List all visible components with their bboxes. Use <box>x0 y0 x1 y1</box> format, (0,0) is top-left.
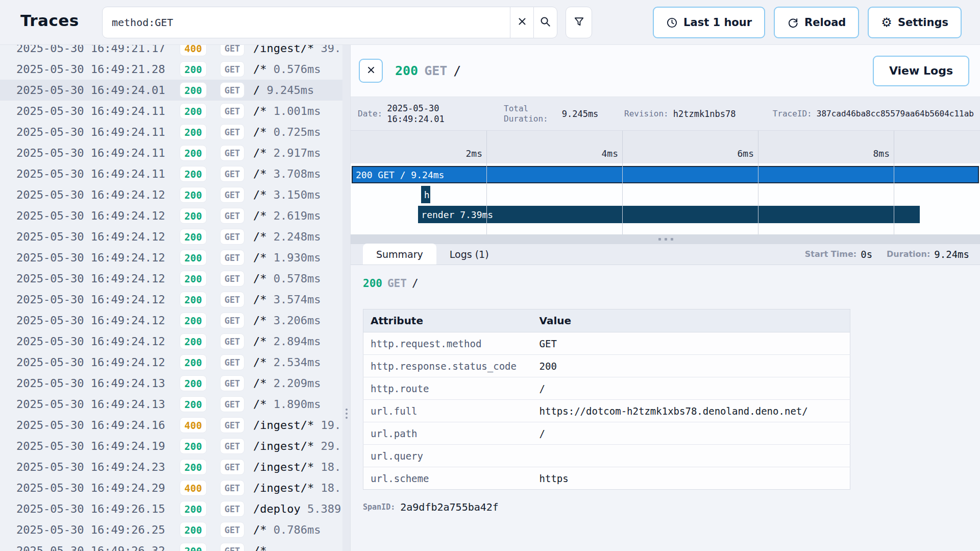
trace-row[interactable]: 2025-05-30 16:49:26.25200GET/* 0.786ms <box>0 519 342 540</box>
close-detail-button[interactable] <box>359 59 383 83</box>
trace-timestamp: 2025-05-30 16:49:24.12 <box>16 272 165 285</box>
span-bar[interactable]: h <box>421 186 431 203</box>
trace-row[interactable]: 2025-05-30 16:49:21.28200GET/* 0.576ms <box>0 59 342 80</box>
clock-icon <box>666 17 678 29</box>
trace-row[interactable]: 2025-05-30 16:49:24.12200GET/* 2.894ms <box>0 331 342 352</box>
trace-row[interactable]: 2025-05-30 16:49:24.12200GET/* 3.574ms <box>0 289 342 310</box>
trace-row[interactable]: 2025-05-30 16:49:24.11200GET/* 0.725ms <box>0 122 342 142</box>
trace-path: / 9.245ms <box>253 84 314 97</box>
search-button[interactable] <box>533 7 557 38</box>
summary-heading: 200 GET / <box>363 277 968 296</box>
search-icon <box>540 16 551 30</box>
attributes-table: Attribute Value http.request.methodGETht… <box>363 309 850 490</box>
status-badge: 200 <box>180 459 207 475</box>
search-input[interactable] <box>102 7 510 38</box>
settings-label: Settings <box>898 16 948 29</box>
filter-icon <box>573 16 585 30</box>
trace-timestamp: 2025-05-30 16:49:24.23 <box>16 461 165 473</box>
status-badge: 200 <box>180 501 207 517</box>
panel-resize-handle[interactable] <box>342 45 350 551</box>
reload-button[interactable]: Reload <box>774 7 859 38</box>
clear-search-button[interactable] <box>510 7 534 38</box>
trace-path: /* 2.248ms <box>253 230 321 243</box>
timeline-gridline <box>486 131 487 234</box>
trace-row[interactable]: 2025-05-30 16:49:24.19200GET/ingest/* 29… <box>0 436 342 457</box>
status-badge: 200 <box>180 438 207 454</box>
trace-row[interactable]: 2025-05-30 16:49:24.13200GET/* 2.209ms <box>0 373 342 394</box>
trace-row[interactable]: 2025-05-30 16:49:24.23200GET/ingest/* 18… <box>0 457 342 477</box>
trace-path: /* 1.001ms <box>253 105 321 117</box>
trace-path: /* 0.578ms <box>253 272 321 285</box>
close-icon <box>517 16 528 29</box>
attribute-name: url.query <box>363 445 532 467</box>
trace-timestamp: 2025-05-30 16:49:26.15 <box>16 502 165 515</box>
trace-path: /* 2.619ms <box>253 209 321 222</box>
status-badge: 200 <box>180 396 207 412</box>
summary-content: 200 GET / Attribute Value http.request.m… <box>351 265 980 551</box>
trace-row[interactable]: 2025-05-30 16:49:24.16400GET/ingest/* 19… <box>0 415 342 436</box>
settings-button[interactable]: ⚙ Settings <box>868 7 962 38</box>
trace-row[interactable]: 2025-05-30 16:49:24.12200GET/* 2.619ms <box>0 205 342 226</box>
trace-row[interactable]: 2025-05-30 16:49:24.11200GET/* 1.001ms <box>0 101 342 122</box>
attribute-name: http.route <box>363 377 532 400</box>
trace-timestamp: 2025-05-30 16:49:26.32 <box>16 544 165 551</box>
tab-summary[interactable]: Summary <box>363 244 436 265</box>
trace-timestamp: 2025-05-30 16:49:24.12 <box>16 335 165 348</box>
trace-row[interactable]: 2025-05-30 16:49:24.12200GET/* 3.150ms <box>0 184 342 205</box>
timeline-resize-handle[interactable] <box>351 234 980 244</box>
trace-row[interactable]: 2025-05-30 16:49:24.12200GET/* 2.534ms <box>0 352 342 373</box>
span-bar[interactable]: 200 GET / 9.24ms <box>352 166 979 183</box>
view-logs-button[interactable]: View Logs <box>873 56 969 86</box>
trace-timestamp: 2025-05-30 16:49:24.29 <box>16 482 165 494</box>
tab-logs[interactable]: Logs (1) <box>436 244 502 265</box>
span-duration: Duration: 9.24ms <box>887 249 969 260</box>
trace-row[interactable]: 2025-05-30 16:49:21.17400GET/ingest/* 39… <box>0 45 342 59</box>
trace-path: /* 1.890ms <box>253 398 321 411</box>
trace-path: /* 0.725ms <box>253 126 321 138</box>
time-range-button[interactable]: Last 1 hour <box>653 7 765 38</box>
time-range-label: Last 1 hour <box>683 16 752 29</box>
trace-timestamp: 2025-05-30 16:49:24.11 <box>16 147 165 159</box>
trace-row[interactable]: 2025-05-30 16:49:24.11200GET/* 2.917ms <box>0 142 342 163</box>
trace-row[interactable]: 2025-05-30 16:49:24.29400GET/ingest/* 18… <box>0 477 342 498</box>
attribute-name: http.request.method <box>363 332 532 355</box>
trace-list[interactable]: 2025-05-30 16:49:21.17400GET/ingest/* 39… <box>0 45 342 551</box>
attribute-value <box>532 445 850 467</box>
trace-timestamp: 2025-05-30 16:49:21.17 <box>16 45 165 55</box>
attribute-value: https <box>532 467 850 490</box>
trace-row[interactable]: 2025-05-30 16:49:26.15200GET/deploy 5.38… <box>0 498 342 519</box>
trace-timestamp: 2025-05-30 16:49:24.12 <box>16 314 165 327</box>
trace-path: /ingest/* 18. <box>253 461 341 473</box>
status-badge: 200 <box>180 124 207 140</box>
trace-timestamp: 2025-05-30 16:49:26.25 <box>16 523 165 536</box>
filter-button[interactable] <box>566 7 592 38</box>
trace-row[interactable]: 2025-05-30 16:49:24.12200GET/* 1.930ms <box>0 247 342 268</box>
trace-row[interactable]: 2025-05-30 16:49:24.12200GET/* 2.248ms <box>0 226 342 247</box>
method-badge: GET <box>220 292 244 307</box>
trace-timestamp: 2025-05-30 16:49:24.11 <box>16 105 165 117</box>
trace-timestamp: 2025-05-30 16:49:24.19 <box>16 440 165 452</box>
attribute-value: / <box>532 422 850 445</box>
detail-header: 200 GET / View Logs <box>351 45 980 97</box>
trace-timestamp: 2025-05-30 16:49:24.16 <box>16 419 165 432</box>
trace-row[interactable]: 2025-05-30 16:49:24.01200GET/ 9.245ms <box>0 80 342 101</box>
method-badge: GET <box>220 459 244 475</box>
trace-row[interactable]: 2025-05-30 16:49:26.32200GET/* <box>0 540 342 551</box>
trace-row[interactable]: 2025-05-30 16:49:24.12200GET/* 3.206ms <box>0 310 342 331</box>
status-badge: 200 <box>180 229 207 245</box>
method-badge: GET <box>220 82 244 98</box>
method-badge: GET <box>220 333 244 349</box>
trace-row[interactable]: 2025-05-30 16:49:24.13200GET/* 1.890ms <box>0 394 342 415</box>
trace-row[interactable]: 2025-05-30 16:49:24.12200GET/* 0.578ms <box>0 268 342 289</box>
reload-label: Reload <box>804 16 846 29</box>
status-badge: 200 <box>180 271 207 286</box>
trace-path: /* 0.786ms <box>253 523 321 536</box>
trace-rows: 2025-05-30 16:49:21.17400GET/ingest/* 39… <box>0 45 342 551</box>
attribute-row: http.request.methodGET <box>363 332 850 355</box>
trace-row[interactable]: 2025-05-30 16:49:24.11200GET/* 3.708ms <box>0 163 342 184</box>
trace-timeline: 200 GET / 9.24mshrender 7.39ms 2ms4ms6ms… <box>351 131 980 234</box>
trace-path: /ingest/* 18. <box>253 482 341 494</box>
span-bar[interactable]: render 7.39ms <box>418 206 920 223</box>
trace-timestamp: 2025-05-30 16:49:24.01 <box>16 84 165 97</box>
meta-total-duration: Total Duration: 9.245ms <box>504 104 624 124</box>
